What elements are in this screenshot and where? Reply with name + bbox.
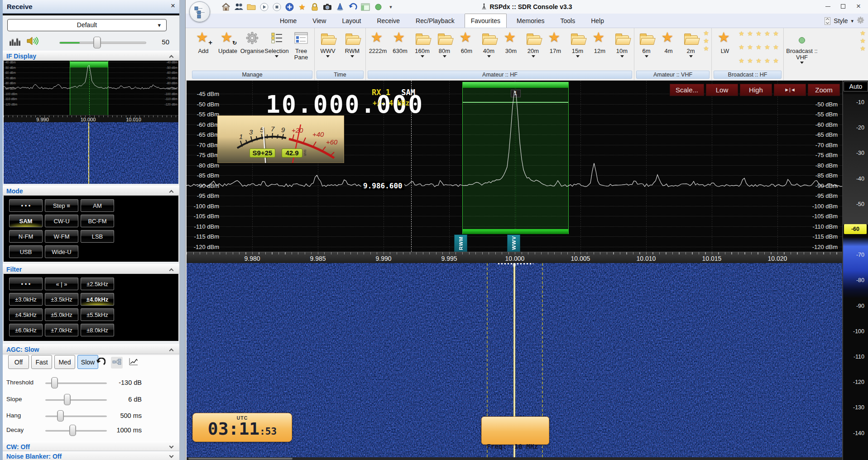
collapse-icon[interactable] bbox=[169, 349, 174, 353]
more-caret-icon[interactable]: ▾ bbox=[386, 4, 396, 10]
filter-button[interactable]: ±4.0kHz bbox=[81, 293, 114, 306]
menu-tab[interactable]: View bbox=[307, 14, 332, 28]
waterfall-intensity-scale[interactable]: -10-20-30-40-50-60-70-80-90-100-110-120-… bbox=[842, 81, 868, 460]
ribbon-item[interactable]: 40m bbox=[478, 29, 500, 58]
undo-icon[interactable] bbox=[96, 358, 106, 368]
users-icon[interactable] bbox=[234, 3, 244, 11]
filter-button[interactable]: ±5.5kHz bbox=[81, 308, 114, 321]
mode-button[interactable]: W-FM bbox=[45, 230, 78, 243]
slider-track[interactable] bbox=[45, 416, 107, 417]
frequency-axis[interactable]: 9.9809.9859.9909.99510.00010.00510.01010… bbox=[187, 252, 842, 263]
ribbon-item[interactable]: + Add bbox=[191, 29, 216, 54]
agc-button[interactable]: Off bbox=[8, 355, 29, 369]
ribbon-item[interactable]: 15m bbox=[566, 29, 589, 58]
section-header-if-display[interactable]: IF Display bbox=[3, 51, 179, 61]
mode-button[interactable]: • • • bbox=[9, 199, 43, 212]
mode-button[interactable]: Wide-U bbox=[45, 245, 78, 258]
ribbon-item[interactable]: 30m bbox=[500, 29, 522, 54]
close-button[interactable]: × bbox=[851, 0, 866, 13]
play-icon[interactable] bbox=[259, 3, 269, 11]
favourite-star-icon[interactable] bbox=[702, 37, 710, 45]
filter-button[interactable]: « | » bbox=[45, 278, 78, 290]
favourite-star-icon[interactable] bbox=[763, 57, 772, 65]
speaker-icon[interactable] bbox=[26, 36, 38, 48]
slider-thumb[interactable] bbox=[64, 394, 71, 405]
filter-button[interactable]: ±8.0kHz bbox=[81, 324, 114, 336]
favourite-star-icon[interactable] bbox=[737, 30, 746, 38]
slider-track[interactable] bbox=[45, 399, 107, 401]
agc-button[interactable]: Med bbox=[54, 355, 75, 369]
favourite-star-icon[interactable] bbox=[763, 30, 772, 38]
lock-icon[interactable] bbox=[310, 3, 320, 11]
ribbon-item[interactable]: 4m bbox=[657, 29, 680, 54]
section-header-mode[interactable]: Mode bbox=[3, 186, 179, 196]
chevron-down-icon[interactable]: ▾ bbox=[851, 18, 854, 24]
close-icon[interactable]: × bbox=[171, 1, 175, 10]
stop-icon[interactable] bbox=[272, 3, 282, 11]
mode-button[interactable]: Step ≡ bbox=[45, 199, 78, 212]
section-header-noise-blanker[interactable]: Noise Blanker: Off bbox=[3, 452, 179, 460]
menu-tab[interactable]: Favourites bbox=[465, 14, 507, 28]
scale-button[interactable]: Scale... bbox=[670, 84, 704, 96]
favourite-star-icon[interactable] bbox=[772, 57, 780, 65]
mode-button[interactable]: USB bbox=[9, 245, 43, 258]
section-header-cw[interactable]: CW: Off bbox=[3, 442, 179, 451]
filter-button[interactable]: ±3.0kHz bbox=[9, 293, 43, 306]
add-icon[interactable] bbox=[284, 3, 294, 11]
mode-button[interactable]: CW-U bbox=[45, 215, 78, 227]
section-header-filter[interactable]: Filter bbox=[3, 264, 179, 274]
favourite-star-icon[interactable] bbox=[858, 29, 867, 37]
marker-wwv[interactable]: WWV bbox=[507, 235, 520, 252]
ribbon-item[interactable]: RWM bbox=[340, 29, 364, 58]
filter-button[interactable]: ±6.0kHz bbox=[9, 324, 43, 336]
app-menu-button[interactable] bbox=[189, 1, 210, 22]
spectrum-display[interactable]: 1 9.986.600 -45 dBm-50 dBm-55 dBm-60 dBm… bbox=[187, 81, 842, 263]
mode-button[interactable]: BC-FM bbox=[81, 215, 114, 227]
menu-tab[interactable]: Layout bbox=[336, 14, 367, 28]
agc-scheme-icon[interactable] bbox=[111, 357, 123, 369]
camera-icon[interactable] bbox=[322, 3, 332, 10]
favourite-star-icon[interactable] bbox=[746, 57, 754, 65]
ribbon-item[interactable]: WWV bbox=[316, 29, 340, 58]
agc-graph-icon[interactable] bbox=[128, 358, 138, 368]
ribbon-item[interactable]: 80m bbox=[433, 29, 456, 58]
slider-thumb[interactable] bbox=[69, 425, 76, 436]
zoom-button[interactable]: Zoom bbox=[808, 84, 840, 96]
favourite-star-icon[interactable] bbox=[702, 45, 710, 53]
filter-button[interactable]: ±3.5kHz bbox=[45, 293, 78, 306]
filter-button[interactable]: ±2.5kHz bbox=[81, 278, 114, 290]
section-header-agc[interactable]: AGC: Slow bbox=[3, 344, 179, 354]
collapse-icon[interactable] bbox=[169, 268, 174, 273]
preset-dropdown[interactable]: Default ▾ bbox=[7, 19, 167, 31]
menu-tab[interactable]: Help bbox=[585, 14, 610, 28]
menu-tab[interactable]: Home bbox=[274, 14, 302, 28]
mode-button[interactable]: SAM bbox=[9, 215, 43, 227]
favourite-star-icon[interactable] bbox=[702, 29, 710, 37]
menu-tab[interactable]: Receive bbox=[371, 14, 406, 28]
filter-button[interactable]: ±7.0kHz bbox=[45, 324, 78, 336]
favourite-star-icon[interactable] bbox=[754, 30, 763, 38]
volume-slider-thumb[interactable] bbox=[93, 37, 101, 48]
maximize-button[interactable] bbox=[835, 0, 851, 13]
beacon-icon[interactable] bbox=[335, 3, 345, 11]
ribbon-item[interactable]: 20m bbox=[522, 29, 544, 58]
ribbon-item[interactable]: 17m bbox=[544, 29, 566, 54]
horizontal-scrollbar[interactable] bbox=[187, 457, 842, 460]
agc-button[interactable]: Fast bbox=[31, 355, 52, 369]
ribbon-item[interactable]: 60m bbox=[456, 29, 478, 54]
mode-button[interactable]: AM bbox=[81, 199, 114, 212]
slider-thumb[interactable] bbox=[57, 410, 64, 422]
undo-icon[interactable] bbox=[348, 3, 358, 11]
mode-button[interactable]: LSB bbox=[81, 230, 114, 243]
expand-icon[interactable] bbox=[169, 454, 174, 458]
ribbon-item[interactable]: ↻ Update bbox=[216, 29, 240, 54]
slider-thumb[interactable] bbox=[51, 377, 58, 388]
favourite-star-icon[interactable] bbox=[858, 37, 867, 45]
favourite-star-icon[interactable] bbox=[737, 43, 746, 51]
marker-rwm[interactable]: RWM bbox=[454, 235, 467, 252]
favourite-star-icon[interactable] bbox=[754, 57, 763, 65]
ribbon-item[interactable]: 6m bbox=[635, 29, 657, 58]
gear-icon[interactable] bbox=[857, 16, 864, 25]
low-button[interactable]: Low bbox=[706, 84, 738, 96]
menu-tab[interactable]: Tools bbox=[555, 14, 581, 28]
